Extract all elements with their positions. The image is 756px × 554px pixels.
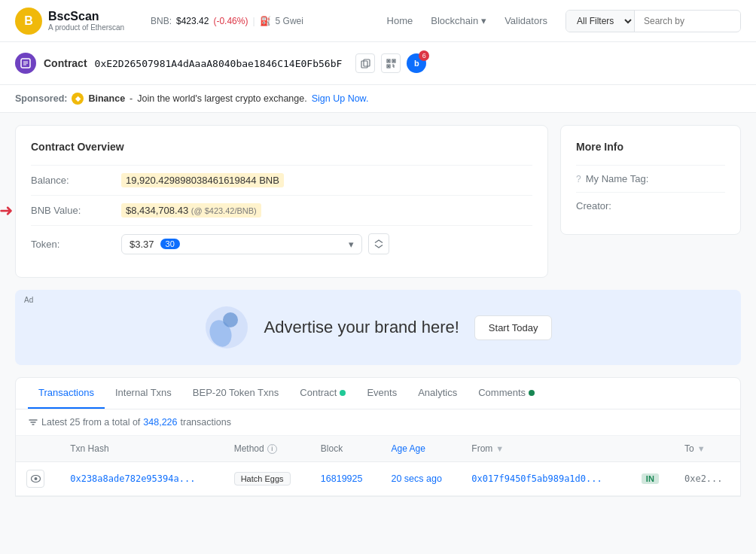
- search-input[interactable]: [635, 11, 740, 31]
- more-info-title: More Info: [576, 141, 725, 153]
- name-tag-row: ? My Name Tag:: [576, 165, 725, 192]
- ad-graphic-icon: [204, 305, 249, 350]
- tab-contract[interactable]: Contract: [289, 378, 356, 409]
- creator-label: Creator:: [576, 200, 611, 212]
- sponsored-label: Sponsored:: [15, 93, 67, 104]
- ad-text: Advertise your brand here!: [264, 318, 459, 337]
- txn-count[interactable]: 348,226: [143, 417, 177, 428]
- overview-title: Contract Overview: [31, 141, 532, 153]
- bnb-info-bar: BNB: $423.42 (-0.46%) | ⛽ 5 Gwei: [151, 16, 372, 26]
- copy-button[interactable]: [355, 53, 375, 73]
- balance-value: 19,920.429898038461619844 BNB: [121, 173, 284, 187]
- tab-internal-txns[interactable]: Internal Txns: [105, 378, 182, 409]
- tabs-bar: Transactions Internal Txns BEP-20 Token …: [16, 378, 740, 409]
- td-block: 16819925: [310, 462, 381, 496]
- contract-label: Contract: [44, 57, 87, 69]
- age-value: 20 secs ago: [391, 473, 441, 484]
- tab-events[interactable]: Events: [356, 378, 407, 409]
- th-age: Age Age: [380, 436, 461, 462]
- block-link[interactable]: 16819925: [321, 473, 363, 484]
- td-eye: [16, 462, 59, 496]
- sponsored-bar: Sponsored: ◆ Binance - Join the world's …: [0, 85, 756, 113]
- token-select-row: $3.37 30 ▾: [121, 233, 389, 254]
- th-to: To ▼: [674, 436, 740, 462]
- bnb-value-rate: (@ $423.42/BNB): [191, 206, 257, 215]
- chevron-down-icon: ▾: [349, 239, 354, 250]
- binance-name: Binance: [88, 93, 125, 104]
- balance-row: Balance: 19,920.429898038461619844 BNB: [31, 165, 532, 195]
- separator: |: [252, 16, 255, 26]
- logo-subtitle: A product of Etherscan: [48, 23, 124, 32]
- th-direction: [631, 436, 674, 462]
- svg-rect-10: [388, 65, 389, 66]
- svg-point-15: [34, 477, 37, 480]
- start-today-button[interactable]: Start Today: [474, 315, 553, 340]
- bnb-change: (-0.46%): [213, 16, 248, 26]
- token-price: $3.37: [130, 239, 154, 250]
- header: B BscScan A product of Etherscan BNB: $4…: [0, 0, 756, 42]
- gas-icon: ⛽: [260, 16, 271, 26]
- sponsored-dash: -: [130, 93, 133, 104]
- qr-button[interactable]: [381, 53, 401, 73]
- td-hash: 0x238a8ade782e95394a...: [59, 462, 223, 496]
- eye-button[interactable]: [26, 470, 44, 488]
- name-tag-label: My Name Tag:: [586, 173, 649, 184]
- tabs-section: Transactions Internal Txns BEP-20 Token …: [15, 377, 741, 497]
- sponsored-description: Join the world's largest crypto exchange…: [137, 93, 306, 104]
- two-col-layout: Contract Overview Balance: 19,920.429898…: [0, 113, 756, 290]
- td-age: 20 secs ago: [380, 462, 461, 496]
- logo-area: B BscScan A product of Etherscan: [15, 8, 136, 35]
- more-info-card: More Info ? My Name Tag: Creator:: [560, 125, 741, 235]
- help-icon: ?: [576, 174, 581, 184]
- bnb-label: BNB:: [151, 16, 172, 26]
- nav-blockchain[interactable]: Blockchain ▾: [431, 15, 486, 26]
- token-expand-button[interactable]: [368, 233, 389, 254]
- bnb-value-row: ➜ BNB Value: $8,434,708.43 (@ $423.42/BN…: [31, 195, 532, 225]
- svg-rect-8: [388, 60, 389, 61]
- age-label-text[interactable]: Age: [410, 443, 425, 454]
- bnb-value-label: BNB Value:: [31, 205, 114, 216]
- sort-icon: [28, 417, 38, 428]
- token-label: Token:: [31, 239, 114, 250]
- bnb-value: $8,434,708.43 (@ $423.42/BNB): [121, 203, 261, 218]
- tab-bep20[interactable]: BEP-20 Token Txns: [182, 378, 289, 409]
- table-row: 0x238a8ade782e95394a... Hatch Eggs 16819…: [16, 462, 740, 496]
- from-link[interactable]: 0x017f9450f5ab989a1d0...: [471, 473, 602, 484]
- txn-info-bar: Latest 25 from a total of 348,226 transa…: [16, 409, 740, 436]
- logo-title: BscScan: [48, 9, 124, 23]
- bnb-price: $423.42: [176, 16, 209, 26]
- svg-text:B: B: [24, 14, 33, 27]
- sponsored-cta[interactable]: Sign Up Now.: [312, 93, 369, 104]
- nav-right: Home Blockchain ▾ Validators All Filters: [387, 10, 741, 32]
- token-select-wrapper[interactable]: $3.37 30 ▾: [121, 234, 362, 254]
- search-area: All Filters: [565, 10, 741, 32]
- nav-validators[interactable]: Validators: [505, 15, 547, 26]
- arrow-indicator: ➜: [0, 201, 13, 221]
- td-from: 0x017f9450f5ab989a1d0...: [461, 462, 631, 496]
- th-block: Block: [310, 436, 381, 462]
- chevron-down-icon: ▾: [481, 15, 486, 26]
- tab-analytics[interactable]: Analytics: [407, 378, 468, 409]
- contract-address: 0xE2D26507981A4dAaaA8040bae1846C14E0Fb56…: [95, 58, 343, 69]
- logo-text: BscScan A product of Etherscan: [48, 9, 124, 32]
- td-direction: IN: [631, 462, 674, 496]
- bnb-gwei: 5 Gwei: [276, 16, 303, 26]
- svg-point-13: [223, 312, 238, 327]
- direction-badge: IN: [642, 473, 659, 484]
- filter-select[interactable]: All Filters: [566, 11, 635, 32]
- th-eye: [16, 436, 59, 462]
- td-to: 0xe2...: [674, 462, 740, 496]
- tab-comments[interactable]: Comments: [468, 378, 545, 409]
- tab-transactions[interactable]: Transactions: [28, 378, 105, 409]
- txn-hash-link[interactable]: 0x238a8ade782e95394a...: [70, 473, 195, 484]
- binance-logo-icon: ◆: [72, 93, 84, 105]
- ad-section: Ad Advertise your brand here! Start Toda…: [15, 290, 741, 365]
- contract-icon: [15, 53, 36, 74]
- svg-rect-9: [393, 60, 394, 61]
- to-filter-icon[interactable]: ▼: [697, 444, 706, 453]
- nav-home[interactable]: Home: [387, 15, 413, 26]
- comments-tab-badge: [529, 390, 535, 396]
- method-info-icon[interactable]: i: [267, 444, 277, 454]
- token-count-badge: 30: [160, 239, 180, 249]
- from-filter-icon[interactable]: ▼: [495, 444, 504, 453]
